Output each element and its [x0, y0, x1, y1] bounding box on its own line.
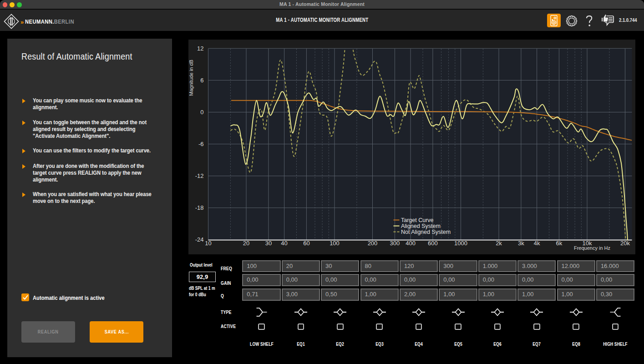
svg-text:4k: 4k: [534, 240, 540, 247]
svg-text:20k: 20k: [620, 240, 630, 247]
svg-text:20: 20: [243, 240, 249, 247]
svg-text:600: 600: [428, 240, 438, 247]
svg-text:40: 40: [281, 240, 287, 247]
svg-text:Aligned System: Aligned System: [401, 223, 441, 229]
svg-text:12: 12: [197, 45, 203, 52]
svg-text:-12: -12: [195, 172, 204, 179]
svg-text:0: 0: [200, 109, 203, 116]
svg-text:6: 6: [200, 77, 203, 84]
svg-text:6k: 6k: [556, 240, 563, 247]
svg-text:-18: -18: [195, 204, 204, 211]
svg-text:-24: -24: [195, 236, 204, 243]
svg-text:-6: -6: [198, 141, 204, 147]
svg-text:300: 300: [390, 240, 400, 247]
svg-text:Target Curve: Target Curve: [401, 217, 434, 223]
svg-text:30: 30: [265, 240, 272, 247]
svg-text:100: 100: [330, 240, 340, 247]
svg-text:10: 10: [205, 240, 211, 247]
svg-text:Magnitude in dB: Magnitude in dB: [188, 60, 194, 96]
svg-text:60: 60: [303, 240, 309, 247]
svg-text:Frequency in Hz: Frequency in Hz: [574, 245, 610, 251]
svg-text:1000: 1000: [454, 240, 467, 247]
svg-text:Not Aligned System: Not Aligned System: [401, 229, 451, 235]
svg-text:400: 400: [406, 240, 416, 247]
svg-text:3k: 3k: [518, 240, 524, 247]
svg-text:2k: 2k: [496, 240, 502, 247]
svg-text:200: 200: [368, 240, 378, 247]
